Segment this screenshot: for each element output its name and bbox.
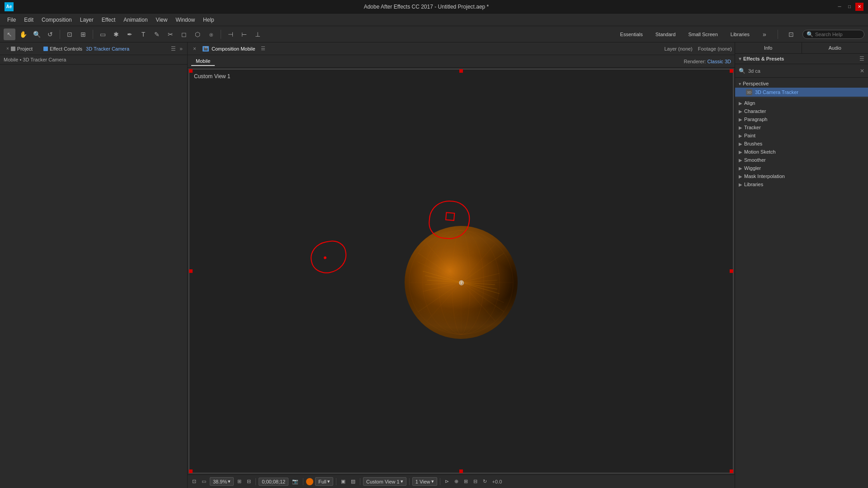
mask-tool[interactable]: ▭ [97, 28, 108, 40]
app-icon: Ae [5, 2, 14, 11]
vp-preview[interactable]: ▭ [200, 478, 208, 485]
snap-tool[interactable]: ⊥ [252, 28, 264, 40]
view-preset-dropdown[interactable]: Custom View 1 ▾ [363, 477, 406, 486]
vp-resolution-toggle[interactable]: ▣ [339, 478, 347, 485]
composition-tabs: × 🎬 Composition Mobile ☰ Layer (none) Fo… [188, 42, 735, 55]
zoom-dropdown[interactable]: 38.9% ▾ [210, 477, 234, 486]
comp-header-mobile-tab[interactable]: Mobile [191, 57, 215, 66]
rotation-tool[interactable]: ↺ [44, 28, 56, 40]
ep-menu[interactable]: ☰ [859, 56, 864, 62]
viewport-edge-top [459, 69, 463, 73]
hand-tool[interactable]: ✋ [17, 28, 29, 40]
libraries-section[interactable]: ▶ Libraries [735, 180, 868, 188]
workspace-switcher: Essentials Standard Small Screen Librari… [617, 28, 864, 40]
perspective-section-toggle[interactable]: ▾ Perspective [735, 80, 868, 88]
renderer-value[interactable]: Classic 3D [707, 59, 731, 64]
timecode-display[interactable]: 0;00;08;12 [259, 478, 288, 486]
composition-tab-mobile[interactable]: 🎬 Composition Mobile [199, 45, 259, 53]
smoother-section[interactable]: ▶ Smoother [735, 156, 868, 164]
wiggler-arrow: ▶ [739, 166, 742, 171]
view-count-dropdown[interactable]: 1 View ▾ [412, 477, 437, 486]
vp-offset[interactable]: +0.0 [491, 478, 504, 485]
roto-tool[interactable]: ⬡ [192, 28, 203, 40]
menu-view[interactable]: View [152, 15, 171, 25]
paragraph-label: Paragraph [744, 117, 767, 122]
quality-dropdown[interactable]: Full ▾ [315, 477, 333, 486]
menu-composition[interactable]: Composition [38, 15, 75, 25]
pen-tool[interactable]: ✒ [124, 28, 136, 40]
ep-collapse-arrow[interactable]: ▾ [739, 56, 741, 62]
comp-tab-label: Composition Mobile [212, 46, 255, 52]
right-panel-top: Info Audio [735, 42, 868, 54]
workspace-more[interactable]: » [759, 28, 770, 40]
distribute-tool[interactable]: ⊢ [238, 28, 250, 40]
eraser-tool[interactable]: ◻ [178, 28, 190, 40]
camera-track-tool[interactable]: ⊞ [77, 28, 89, 40]
align-section[interactable]: ▶ Align [735, 99, 868, 107]
brushes-section[interactable]: ▶ Brushes [735, 140, 868, 148]
window-controls[interactable]: ─ □ ✕ [835, 3, 863, 11]
clone-tool[interactable]: ✂ [165, 28, 176, 40]
menu-animation[interactable]: Animation [120, 15, 151, 25]
clear-search-button[interactable]: ✕ [860, 68, 864, 74]
mask-interpolation-section[interactable]: ▶ Mask Interpolation [735, 172, 868, 180]
select-tool[interactable]: ↖ [4, 28, 15, 40]
workspace-small-screen[interactable]: Small Screen [684, 30, 721, 38]
wiggler-section[interactable]: ▶ Wiggler [735, 164, 868, 172]
panel-expand[interactable]: » [178, 44, 184, 54]
minimize-button[interactable]: ─ [835, 3, 844, 11]
menu-file[interactable]: File [4, 15, 19, 25]
menu-window[interactable]: Window [172, 15, 198, 25]
workspace-essentials[interactable]: Essentials [617, 30, 646, 38]
workspace-libraries[interactable]: Libraries [727, 30, 753, 38]
brush-tool[interactable]: ✎ [151, 28, 163, 40]
vp-toggle-view[interactable]: ⊡ [190, 478, 198, 485]
zoom-tool[interactable]: 🔍 [31, 28, 42, 40]
vp-camera[interactable]: 📷 [290, 478, 300, 485]
project-tab[interactable]: × Project [3, 45, 36, 53]
audio-section[interactable]: Audio [802, 42, 868, 53]
project-tab-close[interactable]: × [6, 46, 9, 51]
camera-orbit-tool[interactable]: ⊡ [64, 28, 75, 40]
shape-tool[interactable]: ✱ [110, 28, 122, 40]
vp-fit[interactable]: ⊞ [236, 478, 243, 485]
vp-3d-toggle[interactable]: ⊞ [462, 478, 470, 485]
toggle-panels[interactable]: ⊡ [785, 28, 797, 40]
vp-refresh[interactable]: ↻ [481, 478, 489, 485]
align-tool[interactable]: ⊣ [225, 28, 236, 40]
left-panel: × Project Effect Controls 3D Tracker Cam… [0, 42, 188, 488]
comp-tab-close[interactable]: × [190, 44, 199, 54]
search-effects-input[interactable] [748, 68, 857, 74]
text-tool[interactable]: T [137, 28, 149, 40]
character-section[interactable]: ▶ Character [735, 107, 868, 115]
menu-edit[interactable]: Edit [20, 15, 37, 25]
maximize-button[interactable]: □ [845, 3, 854, 11]
ep-divider-1 [735, 98, 868, 98]
paint-arrow: ▶ [739, 133, 742, 138]
vp-color-swatch[interactable] [306, 478, 313, 485]
3d-camera-tracker-item[interactable]: 3D 3D Camera Tracker [735, 88, 868, 97]
search-help-input[interactable] [815, 32, 860, 37]
separator-2 [93, 30, 93, 39]
search-help-toolbar[interactable]: 🔍 [802, 30, 864, 39]
vp-composite[interactable]: ⊕ [453, 478, 460, 485]
menu-help[interactable]: Help [199, 15, 218, 25]
menu-effect[interactable]: Effect [98, 15, 119, 25]
effect-controls-tab[interactable]: Effect Controls 3D Tracker Camera [40, 45, 133, 53]
tracker-section[interactable]: ▶ Tracker [735, 123, 868, 131]
vp-grid[interactable]: ⊟ [472, 478, 479, 485]
vp-render[interactable]: ⊳ [443, 478, 451, 485]
info-section[interactable]: Info [735, 42, 802, 53]
close-button[interactable]: ✕ [855, 3, 863, 11]
paragraph-section[interactable]: ▶ Paragraph [735, 115, 868, 123]
motion-sketch-section[interactable]: ▶ Motion Sketch [735, 148, 868, 156]
vp-region[interactable]: ▨ [349, 478, 357, 485]
comp-tab-menu[interactable]: ☰ [261, 46, 265, 52]
workspace-standard[interactable]: Standard [652, 30, 679, 38]
vp-safe-zones[interactable]: ⊟ [245, 478, 253, 485]
puppet-tool[interactable]: ⍟ [205, 28, 217, 40]
panel-menu[interactable]: ☰ [169, 44, 178, 54]
menu-layer[interactable]: Layer [76, 15, 97, 25]
paint-section[interactable]: ▶ Paint [735, 131, 868, 140]
vp-sep2 [303, 478, 303, 485]
